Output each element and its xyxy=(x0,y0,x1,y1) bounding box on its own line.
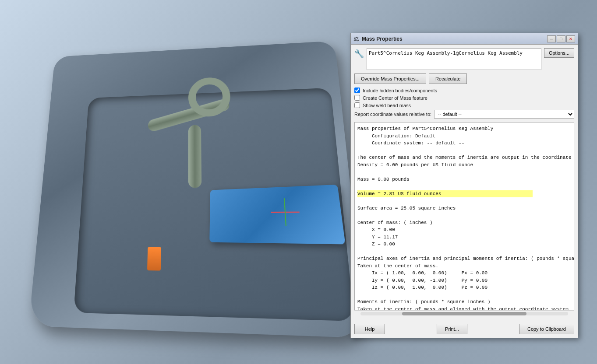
component-row: 🔧 Options... xyxy=(354,48,574,70)
dialog-titlebar: ⚖ Mass Properties ─ □ ✕ xyxy=(351,33,578,45)
copy-to-clipboard-button[interactable]: Copy to Clipboard xyxy=(519,324,574,334)
close-button[interactable]: ✕ xyxy=(566,35,575,42)
cad-part-main xyxy=(28,41,367,338)
hidden-bodies-checkbox[interactable] xyxy=(354,88,360,93)
center-of-mass-label[interactable]: Create Center of Mass feature xyxy=(363,95,427,101)
cad-pipe2 xyxy=(188,125,201,188)
cad-orange-detail xyxy=(147,247,161,271)
options-button[interactable]: Options... xyxy=(544,48,574,58)
mass-properties-dialog: ⚖ Mass Properties ─ □ ✕ 🔧 Options... Ove… xyxy=(350,33,578,338)
hidden-bodies-row: Include hidden bodies/components xyxy=(354,88,574,93)
component-input[interactable] xyxy=(367,48,541,70)
assembly-icon: 🔧 xyxy=(354,49,364,59)
hscroll-thumb xyxy=(402,312,526,315)
coord-label: Report coordinate values relative to: xyxy=(354,112,431,117)
weld-bead-checkbox[interactable] xyxy=(354,102,360,108)
hidden-bodies-label[interactable]: Include hidden bodies/components xyxy=(363,88,437,93)
coordinate-select[interactable]: -- default -- xyxy=(434,110,574,119)
dialog-icon: ⚖ xyxy=(353,35,359,42)
dialog-title: Mass Properties xyxy=(362,36,403,42)
help-button[interactable]: Help xyxy=(354,324,385,334)
cad-crosshair xyxy=(270,198,300,226)
action-buttons-row: Override Mass Properties... Recalculate xyxy=(354,74,574,84)
results-scroll-area[interactable]: Mass properties of Part5^Cornelius Keg A… xyxy=(355,122,574,310)
hscroll-track xyxy=(360,312,568,315)
bottom-buttons-row: Help Print... Copy to Clipboard xyxy=(351,320,578,338)
override-mass-properties-button[interactable]: Override Mass Properties... xyxy=(354,74,426,84)
results-container: Mass properties of Part5^Cornelius Keg A… xyxy=(354,122,574,310)
center-of-mass-checkbox[interactable] xyxy=(354,95,360,101)
minimize-button[interactable]: ─ xyxy=(547,35,556,42)
coordinate-row: Report coordinate values relative to: --… xyxy=(354,110,574,119)
print-button[interactable]: Print... xyxy=(437,324,467,334)
recalculate-button[interactable]: Recalculate xyxy=(429,74,467,84)
dialog-body: 🔧 Options... Override Mass Properties...… xyxy=(351,45,578,320)
results-text: Mass properties of Part5^Cornelius Keg A… xyxy=(357,125,571,310)
dialog-controls: ─ □ ✕ xyxy=(547,35,575,42)
weld-bead-row: Show weld bead mass xyxy=(354,102,574,108)
weld-bead-label[interactable]: Show weld bead mass xyxy=(363,103,411,108)
cad-inner-recess xyxy=(74,88,354,322)
horizontal-scrollbar[interactable] xyxy=(354,310,574,316)
dialog-title-left: ⚖ Mass Properties xyxy=(353,35,403,42)
center-of-mass-row: Create Center of Mass feature xyxy=(354,95,574,101)
restore-button[interactable]: □ xyxy=(557,35,565,42)
